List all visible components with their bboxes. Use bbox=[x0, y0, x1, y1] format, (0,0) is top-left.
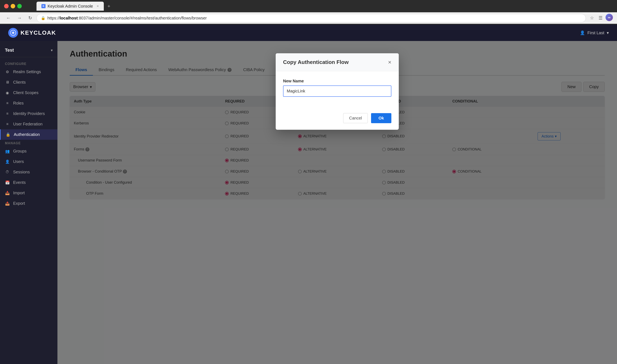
nav-back-button[interactable]: ← bbox=[4, 14, 13, 22]
ok-button[interactable]: Ok bbox=[371, 113, 391, 123]
sidebar-item-events[interactable]: 📅 Events bbox=[0, 177, 57, 188]
content-area: Authentication Flows Bindings Required A… bbox=[57, 41, 617, 364]
sidebar-item-groups[interactable]: 👥 Groups bbox=[0, 146, 57, 156]
app-container: KEYCLOAK 👤 First Last ▾ Test ▾ Configure… bbox=[0, 25, 617, 364]
traffic-light-green[interactable] bbox=[17, 4, 22, 8]
new-name-label: New Name bbox=[283, 79, 391, 83]
browser-chrome: K Keycloak Admin Console × + ← → ↻ 🔒 htt… bbox=[0, 0, 617, 25]
app-logo: KEYCLOAK bbox=[8, 28, 56, 38]
modal-close-button[interactable]: × bbox=[388, 59, 391, 65]
browser-titlebar: K Keycloak Admin Console × + bbox=[0, 0, 617, 12]
tab-favicon: K bbox=[41, 4, 46, 8]
sidebar-item-export[interactable]: 📤 Export bbox=[0, 198, 57, 209]
menu-button[interactable]: ☰ bbox=[597, 14, 604, 22]
browser-nav: ← → ↻ 🔒 https://localhost:8037/admin/mas… bbox=[0, 12, 617, 24]
sessions-icon: ⏱ bbox=[5, 170, 10, 174]
nav-refresh-button[interactable]: ↻ bbox=[26, 14, 34, 22]
clients-icon: 🖥 bbox=[5, 80, 10, 84]
modal-footer: Cancel Ok bbox=[276, 109, 399, 130]
clients-label: Clients bbox=[13, 80, 26, 85]
secure-icon: 🔒 bbox=[41, 16, 45, 20]
identity-providers-icon: ≡ bbox=[5, 112, 10, 116]
realm-settings-label: Realm Settings bbox=[13, 69, 41, 74]
configure-section-label: Configure bbox=[0, 60, 57, 67]
sidebar-item-client-scopes[interactable]: ◉ Client Scopes bbox=[0, 88, 57, 98]
roles-label: Roles bbox=[13, 101, 24, 105]
sessions-label: Sessions bbox=[13, 170, 30, 174]
address-bar[interactable]: 🔒 https://localhost:8037/admin/master/co… bbox=[37, 14, 586, 22]
sidebar: Test ▾ Configure ⚙ Realm Settings 🖥 Clie… bbox=[0, 41, 57, 364]
authentication-label: Authentication bbox=[14, 132, 40, 137]
nav-actions: ☆ ☰ ∞ bbox=[588, 14, 613, 22]
new-name-input[interactable] bbox=[283, 85, 391, 97]
export-label: Export bbox=[13, 201, 25, 206]
users-icon: 👤 bbox=[5, 159, 10, 164]
sidebar-item-import[interactable]: 📥 Import bbox=[0, 188, 57, 198]
tab-close-btn[interactable]: × bbox=[97, 4, 99, 8]
sidebar-item-user-federation[interactable]: ≡ User Federation bbox=[0, 119, 57, 129]
roles-icon: ≡ bbox=[5, 101, 10, 105]
realm-name[interactable]: Test ▾ bbox=[5, 48, 53, 53]
traffic-lights bbox=[4, 4, 22, 8]
groups-icon: 👥 bbox=[5, 149, 10, 154]
tab-bar: K Keycloak Admin Console × + bbox=[24, 2, 113, 11]
url-text: https://localhost:8037/admin/master/cons… bbox=[47, 16, 207, 21]
modal-body: New Name bbox=[276, 71, 399, 109]
groups-label: Groups bbox=[13, 149, 27, 154]
cancel-button[interactable]: Cancel bbox=[343, 113, 368, 123]
sidebar-item-clients[interactable]: 🖥 Clients bbox=[0, 77, 57, 88]
user-menu[interactable]: 👤 First Last ▾ bbox=[580, 30, 609, 35]
sidebar-item-sessions[interactable]: ⏱ Sessions bbox=[0, 167, 57, 177]
events-icon: 📅 bbox=[5, 180, 10, 185]
modal-dialog: Copy Authentication Flow × New Name Canc… bbox=[276, 53, 399, 130]
import-label: Import bbox=[13, 191, 25, 195]
client-scopes-icon: ◉ bbox=[5, 91, 10, 95]
identity-providers-label: Identity Providers bbox=[13, 111, 45, 116]
nav-forward-button[interactable]: → bbox=[15, 14, 24, 22]
traffic-light-red[interactable] bbox=[4, 4, 9, 8]
realm-caret: ▾ bbox=[51, 48, 53, 52]
export-icon: 📤 bbox=[5, 201, 10, 206]
sidebar-item-authentication[interactable]: 🔒 Authentication bbox=[0, 129, 57, 140]
user-menu-caret: ▾ bbox=[607, 30, 609, 35]
sidebar-item-users[interactable]: 👤 Users bbox=[0, 156, 57, 167]
user-menu-label: First Last bbox=[588, 31, 604, 35]
users-label: Users bbox=[13, 159, 24, 164]
browser-tab-active[interactable]: K Keycloak Admin Console × bbox=[37, 2, 104, 11]
client-scopes-label: Client Scopes bbox=[13, 90, 38, 95]
app-logo-text: KEYCLOAK bbox=[21, 29, 56, 36]
modal-title: Copy Authentication Flow bbox=[283, 59, 349, 65]
keycloak-logo-icon bbox=[8, 28, 18, 38]
new-name-form-group: New Name bbox=[283, 79, 391, 97]
manage-section-label: Manage bbox=[0, 140, 57, 146]
user-icon: 👤 bbox=[580, 30, 585, 35]
app-main: Test ▾ Configure ⚙ Realm Settings 🖥 Clie… bbox=[0, 41, 617, 364]
user-federation-icon: ≡ bbox=[5, 122, 10, 126]
realm-selector[interactable]: Test ▾ bbox=[0, 45, 57, 57]
new-tab-button[interactable]: + bbox=[105, 2, 113, 11]
realm-settings-icon: ⚙ bbox=[5, 70, 10, 74]
user-federation-label: User Federation bbox=[13, 122, 42, 127]
import-icon: 📥 bbox=[5, 191, 10, 195]
app-topnav: KEYCLOAK 👤 First Last ▾ bbox=[0, 25, 617, 41]
modal-header: Copy Authentication Flow × bbox=[276, 53, 399, 71]
authentication-icon: 🔒 bbox=[6, 132, 11, 137]
profile-icon[interactable]: ∞ bbox=[605, 14, 613, 21]
bookmark-button[interactable]: ☆ bbox=[588, 14, 596, 22]
events-label: Events bbox=[13, 180, 26, 185]
sidebar-item-roles[interactable]: ≡ Roles bbox=[0, 98, 57, 108]
sidebar-item-realm-settings[interactable]: ⚙ Realm Settings bbox=[0, 67, 57, 77]
sidebar-item-identity-providers[interactable]: ≡ Identity Providers bbox=[0, 108, 57, 119]
tab-label: Keycloak Admin Console bbox=[48, 4, 93, 9]
modal-overlay: Copy Authentication Flow × New Name Canc… bbox=[57, 41, 617, 364]
traffic-light-yellow[interactable] bbox=[11, 4, 15, 8]
